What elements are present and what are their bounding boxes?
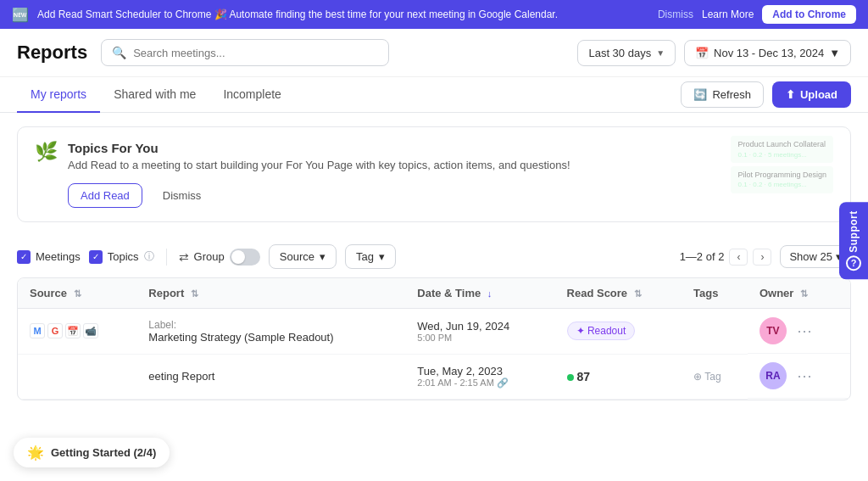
chevron-down-icon-date: ▼: [829, 47, 840, 59]
topics-filter: ✓ Topics ⓘ: [89, 249, 154, 264]
learn-more-button[interactable]: Learn More: [702, 8, 754, 20]
time-filter-label: Last 30 days: [588, 47, 651, 59]
group-toggle[interactable]: [230, 249, 260, 266]
tag-filter-button[interactable]: Tag ▾: [345, 244, 396, 269]
report-name[interactable]: eeting Report: [148, 370, 393, 383]
score-value: 87: [577, 370, 591, 383]
add-to-chrome-button[interactable]: Add to Chrome: [762, 5, 856, 24]
preview-card-2: Pilot Programming Design 0.1 · 0.2 · 6 m…: [731, 166, 833, 193]
cell-tags: ⊕ Tag: [682, 354, 748, 399]
refresh-button[interactable]: 🔄 Refresh: [681, 81, 764, 108]
reports-table-container: Source ⇅ Report ⇅ Date & Time ↓ Read Sco…: [17, 277, 851, 400]
next-page-button[interactable]: ›: [753, 249, 771, 266]
cell-report: Label:Marketing Strategy (Sample Readout…: [136, 309, 405, 355]
more-options-button[interactable]: ⋯: [793, 366, 815, 385]
meetings-label: Meetings: [36, 250, 81, 263]
tag-label: Tag: [356, 250, 374, 263]
sort-icon-readscore[interactable]: ⇅: [634, 288, 642, 299]
cell-datetime: Wed, Jun 19, 20245:00 PM: [405, 309, 554, 355]
topics-preview: Product Launch Collateral 0.1 · 0.2 · 5 …: [731, 136, 833, 197]
getting-started-widget[interactable]: 🌟 Getting Started (2/4): [14, 438, 170, 467]
owner-avatar: TV: [760, 317, 787, 344]
preview-card-1: Product Launch Collateral 0.1 · 0.2 · 5 …: [731, 136, 833, 163]
col-source: Source ⇅: [18, 278, 136, 309]
cell-owner: RA⋯: [748, 354, 850, 399]
report-prefix: Label:: [148, 319, 393, 331]
source-icon-cal: 📅: [65, 323, 81, 338]
topics-actions: Add Read Dismiss: [68, 183, 833, 208]
pagination: 1—2 of 2 ‹ ›: [680, 249, 772, 266]
time-value: 2:01 AM - 2:15 AM 🔗: [417, 378, 542, 389]
col-tags: Tags: [682, 278, 748, 309]
date-range-button[interactable]: 📅 Nov 13 - Dec 13, 2024 ▼: [684, 40, 851, 66]
source-filter-button[interactable]: Source ▾: [269, 244, 337, 269]
check-icon: ✓: [20, 252, 27, 261]
getting-started-icon: 🌟: [27, 445, 44, 461]
date-value: Tue, May 2, 2023: [417, 365, 542, 378]
cell-source: MG📅📹: [18, 309, 136, 355]
tab-my-reports[interactable]: My reports: [17, 77, 100, 113]
show-label: Show 25: [789, 250, 832, 263]
table-row: eeting ReportTue, May 2, 20232:01 AM - 2…: [18, 354, 850, 399]
more-options-button[interactable]: ⋯: [793, 322, 815, 340]
col-readscore: Read Score ⇅: [555, 278, 682, 309]
source-icon-m: M: [30, 323, 45, 338]
vertical-divider: [166, 249, 167, 266]
topics-content: Topics For You Add Read to a meeting to …: [68, 141, 833, 208]
filter-bar: ✓ Meetings ✓ Topics ⓘ ⇄ Group Source ▾ T…: [0, 236, 868, 277]
score-dot: [567, 374, 574, 381]
search-container: 🔍: [101, 39, 389, 66]
chevron-down-icon-tag: ▾: [379, 250, 385, 263]
info-icon[interactable]: ⓘ: [144, 249, 154, 264]
support-icon: ?: [846, 255, 861, 271]
cell-report: eeting Report: [136, 354, 405, 399]
sort-icon-source[interactable]: ⇅: [74, 288, 81, 299]
refresh-icon: 🔄: [693, 88, 707, 101]
reports-table: Source ⇅ Report ⇅ Date & Time ↓ Read Sco…: [18, 278, 850, 400]
topics-icon: 🌿: [35, 141, 58, 163]
header: Reports 🔍 Last 30 days ▼ 📅 Nov 13 - Dec …: [0, 29, 868, 77]
support-widget: Support ?: [839, 202, 868, 280]
col-report: Report ⇅: [136, 278, 405, 309]
sort-icon-datetime[interactable]: ↓: [487, 288, 492, 299]
add-read-button[interactable]: Add Read: [68, 183, 142, 208]
sort-icon-report[interactable]: ⇅: [191, 288, 198, 299]
check-icon-topics: ✓: [92, 252, 99, 261]
dismiss-banner-button[interactable]: Dismiss: [658, 8, 693, 20]
topics-checkbox[interactable]: ✓: [89, 250, 103, 264]
prev-page-button[interactable]: ‹: [729, 249, 748, 266]
meetings-checkbox[interactable]: ✓: [17, 250, 31, 264]
toggle-knob: [231, 250, 245, 264]
tag-placeholder[interactable]: ⊕ Tag: [693, 371, 736, 383]
source-icon-meet: 📹: [83, 323, 98, 338]
tab-incomplete[interactable]: Incomplete: [209, 77, 294, 113]
owner-avatar: RA: [760, 362, 787, 389]
top-banner: 🆕 Add Read Smart Scheduler to Chrome 🎉 A…: [0, 0, 868, 29]
page-title: Reports: [17, 42, 87, 64]
source-icons-group: MG📅📹: [30, 323, 125, 338]
col-datetime: Date & Time ↓: [405, 278, 554, 309]
group-label: Group: [194, 250, 225, 263]
topics-title: Topics For You: [68, 141, 833, 155]
time-filter-button[interactable]: Last 30 days ▼: [577, 40, 676, 66]
tabs-bar: My reports Shared with me Incomplete 🔄 R…: [0, 77, 868, 113]
cell-owner: TV⋯: [748, 309, 850, 354]
source-label: Source: [280, 250, 314, 263]
support-button[interactable]: Support ?: [839, 202, 868, 280]
upload-button[interactable]: ⬆ Upload: [772, 81, 851, 108]
time-value: 5:00 PM: [417, 333, 542, 343]
group-icon: ⇄: [179, 250, 189, 264]
search-icon: 🔍: [112, 46, 126, 59]
meetings-filter: ✓ Meetings: [17, 250, 81, 264]
chevron-down-icon-source: ▾: [320, 250, 326, 263]
topics-label: Topics: [108, 250, 139, 263]
date-value: Wed, Jun 19, 2024: [417, 320, 542, 333]
getting-started-label: Getting Started (2/4): [51, 446, 156, 459]
search-input[interactable]: [133, 47, 378, 59]
cell-source: [18, 354, 136, 399]
sort-icon-owner[interactable]: ⇅: [800, 288, 808, 299]
dismiss-topics-button[interactable]: Dismiss: [151, 183, 214, 208]
tab-shared-with-me[interactable]: Shared with me: [100, 77, 209, 113]
report-name[interactable]: Marketing Strategy (Sample Readout): [148, 331, 393, 344]
cell-tags: [682, 309, 748, 355]
